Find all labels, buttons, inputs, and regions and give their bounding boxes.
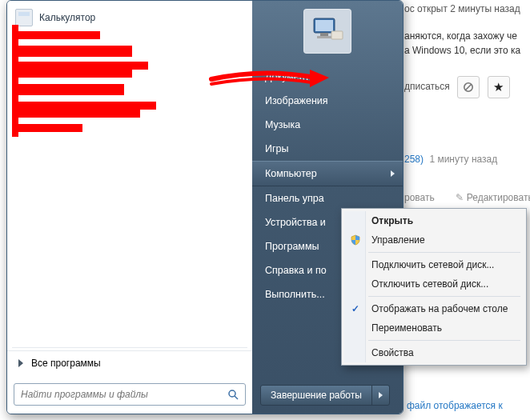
chevron-right-icon [379, 392, 383, 398]
ctx-map-drive[interactable]: Подключить сетевой диск... [344, 255, 524, 274]
all-programs-label: Все программы [31, 358, 101, 369]
search-input[interactable] [14, 389, 221, 400]
question-title-frag1: аняются, когда захожу че [404, 30, 517, 42]
bottom-link-frag[interactable]: файл отображается к [407, 400, 503, 411]
ctx-disconnect-drive[interactable]: Отключить сетевой диск... [344, 274, 524, 294]
shutdown-button[interactable]: Завершение работы [260, 385, 390, 406]
ctx-rename[interactable]: Переименовать [344, 318, 524, 338]
all-programs[interactable]: Все программы [7, 350, 252, 375]
question-title-frag2: а Windows 10, если это ка [404, 45, 520, 56]
ctx-properties[interactable]: Свойства [344, 343, 524, 362]
ctx-show-desktop[interactable]: ✓ Отображать на рабочем столе [344, 299, 524, 318]
svg-rect-7 [317, 36, 331, 38]
nav-pictures[interactable]: Изображения [252, 89, 403, 113]
start-menu-left-panel: Калькулятор Все программ [7, 1, 253, 414]
svg-rect-8 [331, 31, 343, 39]
shutdown-more-button[interactable] [372, 388, 389, 402]
shield-icon [349, 234, 362, 246]
block-icon[interactable] [457, 76, 480, 98]
edit-links: ровать ✎Редактировать [404, 192, 530, 203]
shutdown-label: Завершение работы [261, 386, 372, 405]
checkmark-icon: ✓ [349, 302, 362, 315]
user-avatar[interactable] [303, 9, 351, 54]
submenu-arrow-icon [391, 170, 395, 177]
search-box[interactable] [14, 383, 246, 406]
nav-documents[interactable]: Документы [252, 65, 403, 89]
answer-meta: 258) 1 минуту назад [404, 154, 497, 165]
search-icon [221, 389, 245, 400]
star-icon[interactable]: ★ [488, 76, 510, 98]
nav-computer[interactable]: Компьютер [252, 161, 403, 186]
program-label: Калькулятор [39, 12, 95, 23]
program-calculator[interactable]: Калькулятор [10, 6, 249, 30]
nav-games[interactable]: Игры [252, 137, 403, 161]
svg-line-3 [235, 396, 238, 399]
nav-control-panel[interactable]: Панель упра [252, 186, 403, 210]
question-time: ос открыт 2 минуты назад [404, 3, 520, 14]
redacted-scribble [12, 25, 220, 145]
ctx-open[interactable]: Открыть [344, 211, 524, 230]
nav-music[interactable]: Музыка [252, 113, 403, 137]
ctx-manage[interactable]: Управление [344, 230, 524, 250]
context-menu: Открыть Управление Подключить сетевой ди… [341, 208, 527, 366]
calculator-icon [15, 9, 33, 26]
chevron-right-icon [18, 359, 23, 367]
svg-rect-6 [320, 33, 328, 36]
svg-line-1 [466, 85, 472, 90]
svg-rect-5 [315, 20, 333, 31]
subscribe-fragment[interactable]: дписаться ★ [404, 76, 510, 98]
svg-point-2 [229, 390, 235, 397]
answer-count-link[interactable]: 258) [404, 154, 424, 165]
